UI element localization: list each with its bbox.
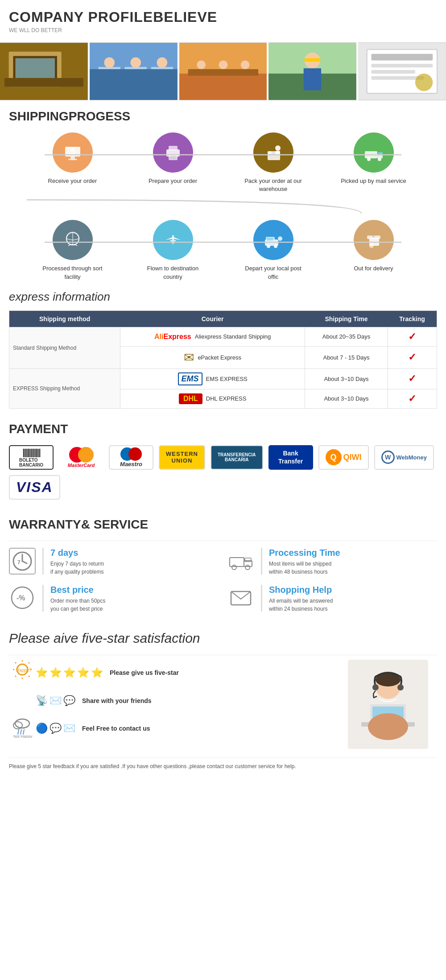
svg-text:7: 7 xyxy=(17,559,21,566)
svg-rect-40 xyxy=(170,158,176,159)
step-processed: Processed through sort facility xyxy=(39,220,106,281)
help-heading: Shopping Help xyxy=(269,585,333,595)
step-pack: Pack your order at our warehouse xyxy=(240,132,307,193)
svg-line-86 xyxy=(21,730,21,734)
step-pickup-label: Picked up by mail service xyxy=(341,177,406,185)
boleto-text: BOLETOBANCARIO xyxy=(19,458,43,467)
step-out-delivery-label: Out for delivery xyxy=(354,265,393,273)
mastercard-logo: MasterCard xyxy=(59,445,103,470)
maestro-text: Maestro xyxy=(120,461,142,467)
ems-tracking: ✓ xyxy=(388,368,437,389)
fivestar-row-share: 📡 ✉️ 💬 Share with your friends xyxy=(9,695,348,707)
dhl-tracking: ✓ xyxy=(388,389,437,408)
processing-divider xyxy=(261,548,262,575)
warranty-divider xyxy=(9,541,437,541)
shipping-progress-title: SHIPPINGPROGESS xyxy=(9,109,437,124)
share-icon-2: ✉️ xyxy=(50,695,62,707)
mastercard-text: MasterCard xyxy=(68,463,95,468)
svg-point-68 xyxy=(232,565,236,570)
transferencia-logo: TRANSFERENCIABANCARIA xyxy=(211,445,263,470)
svg-point-49 xyxy=(367,157,371,161)
col-shipping-method: Shipping method xyxy=(9,310,120,327)
svg-point-18 xyxy=(240,60,249,69)
help-divider xyxy=(261,585,262,612)
warranty-grid: 7 7 days Enjoy 7 days to returmif any qu… xyxy=(9,548,437,613)
col-shipping-time: Shipping Time xyxy=(305,310,388,327)
bestprice-heading: Best price xyxy=(50,585,105,595)
transferencia-text: TRANSFERENCIABANCARIA xyxy=(218,452,256,462)
svg-line-79 xyxy=(29,662,29,663)
svg-point-59 xyxy=(274,244,277,248)
ems-time: About 3~10 Days xyxy=(305,368,388,389)
svg-line-81 xyxy=(29,676,29,677)
step-depart-label: Depart your local post offic xyxy=(240,265,307,281)
express-info-title: express information xyxy=(9,290,437,304)
contact-icon-1: 🔵 xyxy=(36,723,48,734)
webmoney-text: WebMoney xyxy=(396,454,427,461)
processing-desc: Most items will be shippedwithin 48 busi… xyxy=(269,560,340,576)
epacket-courier-name: ePacket Express xyxy=(198,354,241,361)
svg-text:Happy?: Happy? xyxy=(16,668,32,673)
bestprice-desc: Order more than 50pcsyou can get best pr… xyxy=(50,597,105,613)
svg-line-78 xyxy=(15,662,16,663)
svg-rect-3 xyxy=(15,58,55,80)
bank-transfer-text: BankTransfer xyxy=(278,449,303,465)
nothappy-icon: Not Happy? xyxy=(12,715,33,742)
fivestar-section: Please aive five-star satisfaction xyxy=(0,622,446,780)
share-action: Share with your friends xyxy=(82,697,152,704)
fivestar-divider xyxy=(9,655,437,655)
ems-courier-name: EMS EXPRESS xyxy=(206,376,248,382)
svg-line-80 xyxy=(15,676,16,677)
contact-action: Feel Free to contact us xyxy=(82,725,150,732)
bestprice-text-block: Best price Order more than 50pcsyou can … xyxy=(50,585,105,613)
svg-point-95 xyxy=(372,684,379,691)
maestro-logo: Maestro xyxy=(109,445,153,470)
payment-section: PAYMENT ||||||||||| BOLETOBANCARIO Maste… xyxy=(0,413,446,509)
nothappy-emotion: Not Happy? xyxy=(9,715,36,742)
step-processed-label: Processed through sort facility xyxy=(39,265,106,281)
warranty-section: WARRANTY& SERVICE 7 7 days Enjoy 7 days … xyxy=(0,509,446,622)
contact-icon-3: ✉️ xyxy=(63,723,75,734)
help-icon xyxy=(227,585,254,612)
step-flown: Flown to destination country xyxy=(140,220,206,281)
warranty-item-processing: Processing Time Most items will be shipp… xyxy=(227,548,437,576)
shipping-table: Shipping method Courier Shipping Time Tr… xyxy=(9,310,437,409)
svg-rect-4 xyxy=(4,78,83,87)
step-pack-label: Pack your order at our warehouse xyxy=(240,177,307,193)
step-receive: Receive your order xyxy=(39,132,106,185)
feedback-text: Please give 5 star feedback if you are s… xyxy=(9,757,437,771)
fivestar-row-nothappy: Not Happy? 🔵 💬 ✉️ Feel Free to contact u… xyxy=(9,715,348,742)
company-subtitle: WE WLL DO BETTER xyxy=(9,27,437,33)
svg-rect-28 xyxy=(372,70,415,74)
svg-rect-26 xyxy=(372,54,433,61)
step-out-delivery: Out for delivery xyxy=(340,220,407,273)
svg-point-58 xyxy=(267,244,270,248)
svg-rect-14 xyxy=(179,74,267,100)
table-row: Standard Shipping Method AliExpress Alie… xyxy=(9,327,437,346)
ems-logo: EMS xyxy=(178,372,202,385)
qiwi-logo: Q QIWI xyxy=(318,445,369,470)
dhl-courier-cell: DHL DHL EXPRESS xyxy=(120,389,305,408)
step-flown-label: Flown to destination country xyxy=(140,265,206,281)
warranty-item-help: Shopping Help All emails will be answere… xyxy=(227,585,437,613)
7days-text-block: 7 days Enjoy 7 days to returmif any qual… xyxy=(50,548,104,576)
dhl-time: About 3~10 Days xyxy=(305,389,388,408)
share-icon-1: 📡 xyxy=(36,695,48,707)
visa-text: VISA xyxy=(16,479,53,496)
photo-strip xyxy=(0,42,446,100)
svg-point-69 xyxy=(245,565,250,570)
webmoney-icon: W xyxy=(381,451,395,464)
svg-line-85 xyxy=(18,730,19,734)
bank-transfer-logo: BankTransfer xyxy=(268,445,313,470)
happy-emotion: Happy? xyxy=(9,660,36,686)
svg-text:Not Happy?: Not Happy? xyxy=(13,734,33,738)
fivestar-person xyxy=(348,660,437,749)
help-desc: All emails will be answeredwithin 24 bus… xyxy=(269,597,333,613)
svg-point-17 xyxy=(219,60,227,69)
7days-desc: Enjoy 7 days to returmif any quality pro… xyxy=(50,560,104,576)
happy-icon: Happy? xyxy=(12,660,33,686)
company-photo-1 xyxy=(0,42,88,100)
bestprice-divider xyxy=(42,585,44,612)
svg-point-11 xyxy=(130,58,141,68)
svg-point-12 xyxy=(157,58,167,68)
